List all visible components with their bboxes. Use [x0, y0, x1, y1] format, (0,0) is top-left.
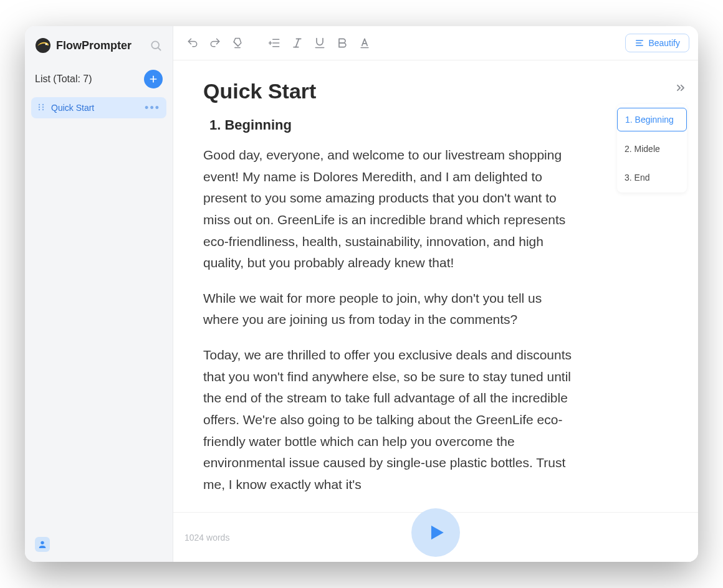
list-header: List (Total: 7): [25, 62, 173, 95]
app-window: FlowPrompter List (Total: 7): [25, 26, 698, 562]
list-item[interactable]: Quick Start •••: [31, 97, 166, 118]
undo-button[interactable]: [182, 32, 203, 54]
outline-item[interactable]: 1. Beginning: [617, 108, 687, 131]
svg-point-7: [42, 104, 44, 105]
beautify-button[interactable]: Beautify: [625, 34, 689, 52]
svg-point-1: [45, 44, 47, 45]
clear-format-button[interactable]: [227, 32, 248, 54]
drag-handle-icon[interactable]: [37, 103, 46, 112]
outline-item[interactable]: 2. Midele: [617, 138, 687, 160]
svg-point-6: [39, 104, 40, 105]
outline-item[interactable]: 3. End: [617, 166, 687, 189]
svg-point-9: [42, 107, 44, 108]
paragraph: Good day, everyone, and welcome to our l…: [203, 145, 581, 274]
svg-point-11: [42, 109, 44, 110]
text-color-button[interactable]: [354, 32, 375, 54]
svg-point-8: [39, 107, 40, 108]
bottom-bar: 1024 words: [173, 512, 698, 562]
search-button[interactable]: [149, 39, 163, 52]
insert-section-button[interactable]: [264, 32, 285, 54]
list-item-label: Quick Start: [51, 103, 140, 113]
list-item-more-button[interactable]: •••: [145, 102, 160, 113]
collapse-outline-button[interactable]: [674, 82, 687, 97]
underline-button[interactable]: [309, 32, 330, 54]
list-title: List (Total: 7): [35, 74, 92, 85]
add-document-button[interactable]: [144, 70, 163, 88]
svg-line-20: [296, 39, 299, 47]
svg-line-3: [158, 48, 161, 50]
outline-panel: 1. Beginning 2. Midele 3. End: [611, 60, 698, 562]
document-list: Quick Start •••: [25, 95, 173, 121]
user-account-button[interactable]: [35, 537, 50, 552]
svg-marker-27: [431, 526, 444, 540]
editor[interactable]: Quick Start 1. Beginning Good day, every…: [173, 60, 611, 562]
main-area: Beautify Quick Start 1. Beginning Good d…: [173, 26, 698, 562]
sidebar-header: FlowPrompter: [25, 26, 173, 62]
content-wrapper: Quick Start 1. Beginning Good day, every…: [173, 60, 698, 562]
document-title: Quick Start: [203, 79, 581, 103]
redo-button[interactable]: [204, 32, 226, 54]
paragraph: While we wait for more people to join, w…: [203, 288, 581, 331]
word-count: 1024 words: [184, 533, 229, 543]
sidebar-footer: [25, 527, 173, 562]
brand-name: FlowPrompter: [56, 39, 144, 52]
bold-button[interactable]: [332, 32, 353, 54]
sidebar: FlowPrompter List (Total: 7): [25, 26, 173, 562]
italic-button[interactable]: [287, 32, 308, 54]
beautify-label: Beautify: [648, 38, 680, 48]
paragraph: Today, we are thrilled to offer you excl…: [203, 344, 581, 495]
play-button[interactable]: [411, 508, 460, 557]
svg-point-12: [41, 541, 44, 544]
section-heading: 1. Beginning: [203, 117, 581, 133]
svg-point-10: [39, 109, 40, 110]
outline-list: 1. Beginning 2. Midele 3. End: [617, 104, 687, 192]
app-logo-icon: [35, 37, 51, 54]
toolbar: Beautify: [173, 26, 698, 60]
